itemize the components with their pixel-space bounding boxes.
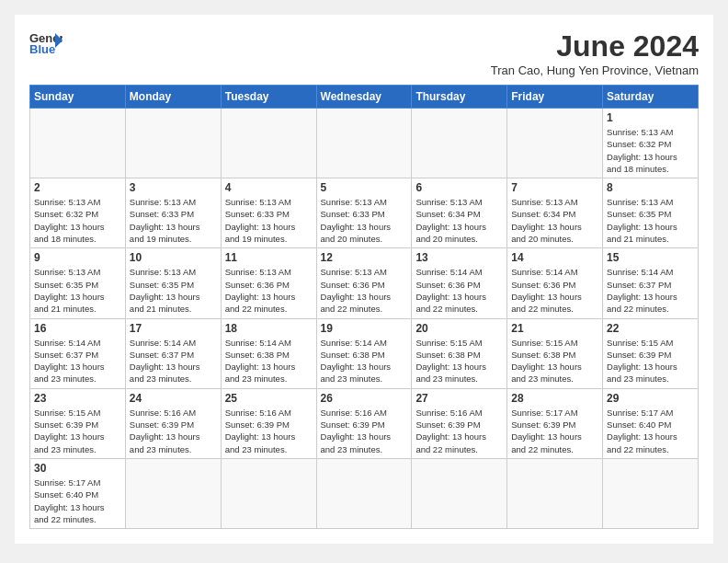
day-info: Sunrise: 5:14 AM Sunset: 6:38 PM Dayligh… bbox=[225, 337, 313, 385]
day-info: Sunrise: 5:14 AM Sunset: 6:38 PM Dayligh… bbox=[321, 337, 408, 385]
day-number: 19 bbox=[321, 322, 408, 335]
day-number: 29 bbox=[607, 392, 694, 405]
table-row: 27Sunrise: 5:16 AM Sunset: 6:39 PM Dayli… bbox=[412, 388, 507, 458]
day-number: 28 bbox=[511, 392, 598, 405]
table-row: 19Sunrise: 5:14 AM Sunset: 6:38 PM Dayli… bbox=[316, 318, 412, 388]
day-info: Sunrise: 5:14 AM Sunset: 6:36 PM Dayligh… bbox=[511, 266, 598, 315]
header-friday: Friday bbox=[507, 86, 603, 109]
table-row: 8Sunrise: 5:13 AM Sunset: 6:35 PM Daylig… bbox=[603, 178, 699, 248]
day-info: Sunrise: 5:17 AM Sunset: 6:39 PM Dayligh… bbox=[511, 407, 598, 455]
day-info: Sunrise: 5:14 AM Sunset: 6:37 PM Dayligh… bbox=[130, 337, 217, 385]
day-number: 18 bbox=[225, 322, 313, 335]
day-info: Sunrise: 5:13 AM Sunset: 6:33 PM Dayligh… bbox=[130, 196, 217, 245]
table-row: 25Sunrise: 5:16 AM Sunset: 6:39 PM Dayli… bbox=[221, 388, 316, 458]
calendar-row: 16Sunrise: 5:14 AM Sunset: 6:37 PM Dayli… bbox=[30, 318, 699, 388]
logo-icon: General Blue bbox=[29, 29, 63, 55]
day-info: Sunrise: 5:13 AM Sunset: 6:33 PM Dayligh… bbox=[225, 196, 313, 245]
table-row: 26Sunrise: 5:16 AM Sunset: 6:39 PM Dayli… bbox=[316, 388, 412, 458]
day-info: Sunrise: 5:15 AM Sunset: 6:39 PM Dayligh… bbox=[34, 407, 121, 455]
day-number: 12 bbox=[321, 251, 408, 264]
month-title: June 2024 bbox=[491, 29, 699, 63]
day-info: Sunrise: 5:14 AM Sunset: 6:36 PM Dayligh… bbox=[415, 266, 503, 315]
day-number: 11 bbox=[225, 251, 313, 264]
table-row bbox=[30, 109, 126, 178]
table-row bbox=[221, 458, 316, 528]
day-number: 15 bbox=[607, 251, 694, 264]
calendar-row: 2Sunrise: 5:13 AM Sunset: 6:32 PM Daylig… bbox=[30, 178, 699, 248]
table-row: 22Sunrise: 5:15 AM Sunset: 6:39 PM Dayli… bbox=[603, 318, 699, 388]
table-row: 7Sunrise: 5:13 AM Sunset: 6:34 PM Daylig… bbox=[507, 178, 603, 248]
table-row bbox=[507, 458, 603, 528]
header-monday: Monday bbox=[125, 86, 221, 109]
table-row bbox=[603, 458, 699, 528]
header-wednesday: Wednesday bbox=[316, 86, 412, 109]
day-info: Sunrise: 5:14 AM Sunset: 6:37 PM Dayligh… bbox=[607, 266, 694, 315]
table-row: 9Sunrise: 5:13 AM Sunset: 6:35 PM Daylig… bbox=[30, 248, 126, 318]
day-number: 30 bbox=[34, 462, 121, 475]
day-number: 8 bbox=[607, 181, 694, 194]
day-info: Sunrise: 5:13 AM Sunset: 6:35 PM Dayligh… bbox=[34, 266, 121, 315]
day-info: Sunrise: 5:15 AM Sunset: 6:38 PM Dayligh… bbox=[511, 337, 598, 385]
calendar-row: 23Sunrise: 5:15 AM Sunset: 6:39 PM Dayli… bbox=[30, 388, 699, 458]
day-number: 5 bbox=[321, 181, 408, 194]
header-thursday: Thursday bbox=[412, 86, 507, 109]
table-row bbox=[125, 109, 221, 178]
table-row: 23Sunrise: 5:15 AM Sunset: 6:39 PM Dayli… bbox=[30, 388, 126, 458]
table-row: 15Sunrise: 5:14 AM Sunset: 6:37 PM Dayli… bbox=[603, 248, 699, 318]
day-info: Sunrise: 5:13 AM Sunset: 6:35 PM Dayligh… bbox=[130, 266, 217, 315]
day-number: 7 bbox=[511, 181, 598, 194]
table-row: 10Sunrise: 5:13 AM Sunset: 6:35 PM Dayli… bbox=[125, 248, 221, 318]
table-row: 6Sunrise: 5:13 AM Sunset: 6:34 PM Daylig… bbox=[412, 178, 507, 248]
day-number: 22 bbox=[607, 322, 694, 335]
day-number: 20 bbox=[415, 322, 503, 335]
table-row: 5Sunrise: 5:13 AM Sunset: 6:33 PM Daylig… bbox=[316, 178, 412, 248]
table-row: 18Sunrise: 5:14 AM Sunset: 6:38 PM Dayli… bbox=[221, 318, 316, 388]
day-info: Sunrise: 5:16 AM Sunset: 6:39 PM Dayligh… bbox=[130, 407, 217, 455]
day-info: Sunrise: 5:16 AM Sunset: 6:39 PM Dayligh… bbox=[415, 407, 503, 455]
table-row bbox=[507, 109, 603, 178]
day-info: Sunrise: 5:17 AM Sunset: 6:40 PM Dayligh… bbox=[607, 407, 694, 455]
logo: General Blue bbox=[29, 29, 63, 55]
day-info: Sunrise: 5:15 AM Sunset: 6:38 PM Dayligh… bbox=[415, 337, 503, 385]
table-row: 21Sunrise: 5:15 AM Sunset: 6:38 PM Dayli… bbox=[507, 318, 603, 388]
calendar-row: 30Sunrise: 5:17 AM Sunset: 6:40 PM Dayli… bbox=[30, 458, 699, 528]
table-row bbox=[125, 458, 221, 528]
day-number: 24 bbox=[130, 392, 217, 405]
day-info: Sunrise: 5:13 AM Sunset: 6:36 PM Dayligh… bbox=[225, 266, 313, 315]
table-row: 16Sunrise: 5:14 AM Sunset: 6:37 PM Dayli… bbox=[30, 318, 126, 388]
day-info: Sunrise: 5:13 AM Sunset: 6:34 PM Dayligh… bbox=[415, 196, 503, 245]
table-row: 20Sunrise: 5:15 AM Sunset: 6:38 PM Dayli… bbox=[412, 318, 507, 388]
svg-text:Blue: Blue bbox=[29, 42, 55, 55]
day-info: Sunrise: 5:13 AM Sunset: 6:36 PM Dayligh… bbox=[321, 266, 408, 315]
day-number: 13 bbox=[415, 251, 503, 264]
day-number: 6 bbox=[415, 181, 503, 194]
table-row: 4Sunrise: 5:13 AM Sunset: 6:33 PM Daylig… bbox=[221, 178, 316, 248]
day-number: 1 bbox=[607, 111, 694, 124]
table-row: 1Sunrise: 5:13 AM Sunset: 6:32 PM Daylig… bbox=[603, 109, 699, 178]
day-number: 3 bbox=[130, 181, 217, 194]
day-info: Sunrise: 5:13 AM Sunset: 6:34 PM Dayligh… bbox=[511, 196, 598, 245]
header: General Blue June 2024 Tran Cao, Hung Ye… bbox=[29, 29, 699, 77]
title-block: June 2024 Tran Cao, Hung Yen Province, V… bbox=[491, 29, 699, 77]
day-number: 21 bbox=[511, 322, 598, 335]
calendar-row: 1Sunrise: 5:13 AM Sunset: 6:32 PM Daylig… bbox=[30, 109, 699, 178]
table-row: 12Sunrise: 5:13 AM Sunset: 6:36 PM Dayli… bbox=[316, 248, 412, 318]
location-subtitle: Tran Cao, Hung Yen Province, Vietnam bbox=[491, 63, 699, 77]
day-info: Sunrise: 5:16 AM Sunset: 6:39 PM Dayligh… bbox=[225, 407, 313, 455]
day-info: Sunrise: 5:17 AM Sunset: 6:40 PM Dayligh… bbox=[34, 477, 121, 525]
day-number: 16 bbox=[34, 322, 121, 335]
table-row: 30Sunrise: 5:17 AM Sunset: 6:40 PM Dayli… bbox=[30, 458, 126, 528]
day-info: Sunrise: 5:13 AM Sunset: 6:35 PM Dayligh… bbox=[607, 196, 694, 245]
day-number: 23 bbox=[34, 392, 121, 405]
table-row bbox=[412, 458, 507, 528]
table-row: 14Sunrise: 5:14 AM Sunset: 6:36 PM Dayli… bbox=[507, 248, 603, 318]
header-saturday: Saturday bbox=[603, 86, 699, 109]
day-number: 25 bbox=[225, 392, 313, 405]
table-row bbox=[221, 109, 316, 178]
calendar-table: Sunday Monday Tuesday Wednesday Thursday… bbox=[29, 85, 699, 529]
table-row: 28Sunrise: 5:17 AM Sunset: 6:39 PM Dayli… bbox=[507, 388, 603, 458]
day-number: 14 bbox=[511, 251, 598, 264]
header-tuesday: Tuesday bbox=[221, 86, 316, 109]
table-row bbox=[316, 458, 412, 528]
header-sunday: Sunday bbox=[30, 86, 126, 109]
